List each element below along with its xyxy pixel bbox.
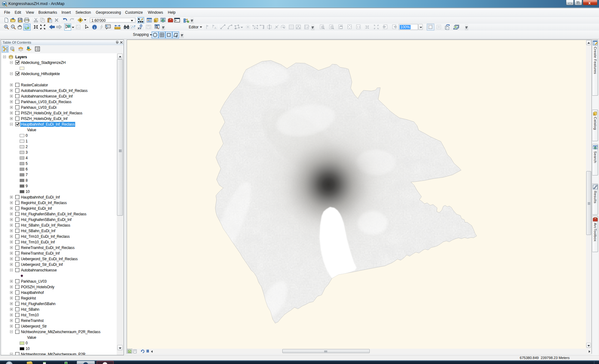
svg-text:XY: XY	[138, 26, 142, 30]
svg-text:i: i	[94, 26, 95, 29]
svg-text:1:1: 1:1	[357, 26, 360, 28]
svg-text:A: A	[214, 26, 217, 30]
